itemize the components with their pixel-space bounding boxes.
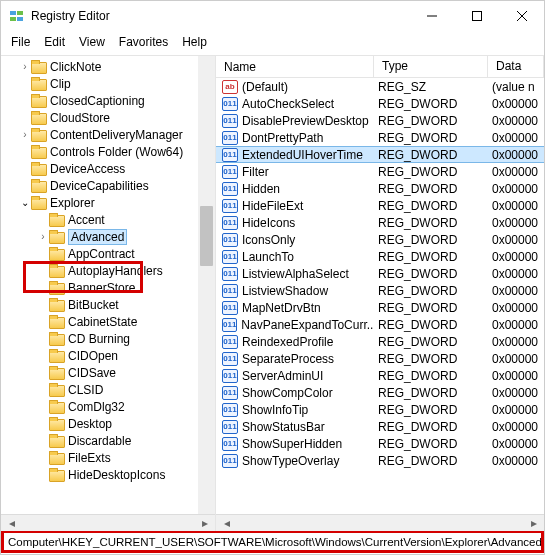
tree-item[interactable]: Clip [1,75,215,92]
list-row[interactable]: 011ServerAdminUIREG_DWORD0x00000 [216,367,544,384]
scroll-left-icon[interactable]: ◂ [3,516,20,530]
tree-item[interactable]: BannerStore [1,279,215,296]
dword-value-icon: 011 [222,454,238,468]
list-row[interactable]: 011ReindexedProfileREG_DWORD0x00000 [216,333,544,350]
tree-item[interactable]: CabinetState [1,313,215,330]
list-row[interactable]: 011NavPaneExpandToCurr...REG_DWORD0x0000… [216,316,544,333]
value-type: REG_DWORD [374,335,488,349]
value-data: 0x00000 [488,437,544,451]
value-data: 0x00000 [488,386,544,400]
list-row[interactable]: 011HideIconsREG_DWORD0x00000 [216,214,544,231]
value-type: REG_DWORD [374,182,488,196]
list-row[interactable]: 011ListviewShadowREG_DWORD0x00000 [216,282,544,299]
menu-favorites[interactable]: Favorites [119,35,168,49]
tree-item[interactable]: ⌄Explorer [1,194,215,211]
folder-icon [31,145,47,159]
scroll-right-icon[interactable]: ▸ [196,516,213,530]
status-path: Computer\HKEY_CURRENT_USER\SOFTWARE\Micr… [8,536,542,548]
list-row[interactable]: 011ShowStatusBarREG_DWORD0x00000 [216,418,544,435]
tree-item[interactable]: Controls Folder (Wow64) [1,143,215,160]
menu-help[interactable]: Help [182,35,207,49]
list-row[interactable]: 011HiddenREG_DWORD0x00000 [216,180,544,197]
value-data: 0x00000 [488,131,544,145]
tree-item[interactable]: CIDOpen [1,347,215,364]
titlebar: Registry Editor [1,1,544,31]
chevron-down-icon[interactable]: ⌄ [19,197,31,208]
tree-item[interactable]: CLSID [1,381,215,398]
tree-item[interactable]: ›Advanced [1,228,215,245]
column-name[interactable]: Name [216,56,374,77]
tree-item[interactable]: BitBucket [1,296,215,313]
list-row[interactable]: 011FilterREG_DWORD0x00000 [216,163,544,180]
tree-pane: ›ClickNoteClipClosedCaptioningCloudStore… [1,56,216,531]
value-type: REG_DWORD [374,97,488,111]
list-row[interactable]: ab(Default)REG_SZ(value n [216,78,544,95]
tree-item[interactable]: CD Burning [1,330,215,347]
tree-item[interactable]: AppContract [1,245,215,262]
tree-item[interactable]: HideDesktopIcons [1,466,215,483]
chevron-right-icon[interactable]: › [37,231,49,242]
value-type: REG_DWORD [374,437,488,451]
tree-item[interactable]: DeviceCapabilities [1,177,215,194]
close-button[interactable] [499,1,544,31]
list-row[interactable]: 011LaunchToREG_DWORD0x00000 [216,248,544,265]
value-data: 0x00000 [488,114,544,128]
tree-item[interactable]: ›ClickNote [1,58,215,75]
dword-value-icon: 011 [222,199,238,213]
tree-item[interactable]: FileExts [1,449,215,466]
tree-item[interactable]: DeviceAccess [1,160,215,177]
tree-item[interactable]: CIDSave [1,364,215,381]
list-row[interactable]: 011AutoCheckSelectREG_DWORD0x00000 [216,95,544,112]
tree-item[interactable]: CloudStore [1,109,215,126]
list-row[interactable]: 011MapNetDrvBtnREG_DWORD0x00000 [216,299,544,316]
tree-item-label: Accent [68,213,105,227]
tree-item[interactable]: ›ContentDeliveryManager [1,126,215,143]
menu-view[interactable]: View [79,35,105,49]
menu-edit[interactable]: Edit [44,35,65,49]
list-row[interactable]: 011DontPrettyPathREG_DWORD0x00000 [216,129,544,146]
list-row[interactable]: 011ShowTypeOverlayREG_DWORD0x00000 [216,452,544,469]
tree-item-label: Clip [50,77,71,91]
tree-item[interactable]: AutoplayHandlers [1,262,215,279]
tree-item[interactable]: Accent [1,211,215,228]
value-data: 0x00000 [488,284,544,298]
scroll-right-icon[interactable]: ▸ [525,516,542,530]
list-horizontal-scrollbar[interactable]: ◂ ▸ [216,514,544,531]
value-data: 0x00000 [488,301,544,315]
chevron-right-icon[interactable]: › [19,61,31,72]
scroll-left-icon[interactable]: ◂ [218,516,235,530]
value-type: REG_DWORD [374,403,488,417]
dword-value-icon: 011 [222,437,238,451]
tree-item[interactable]: Desktop [1,415,215,432]
tree-vertical-scrollbar[interactable] [198,56,215,514]
tree-item-label: DeviceCapabilities [50,179,149,193]
list-row[interactable]: 011ListviewAlphaSelectREG_DWORD0x00000 [216,265,544,282]
tree-item-label: HideDesktopIcons [68,468,165,482]
list-row[interactable]: 011SeparateProcessREG_DWORD0x00000 [216,350,544,367]
list-row[interactable]: 011IconsOnlyREG_DWORD0x00000 [216,231,544,248]
menu-file[interactable]: File [11,35,30,49]
dword-value-icon: 011 [222,182,238,196]
list-row[interactable]: 011ShowCompColorREG_DWORD0x00000 [216,384,544,401]
column-type[interactable]: Type [374,56,488,77]
tree-item[interactable]: ComDlg32 [1,398,215,415]
tree-horizontal-scrollbar[interactable]: ◂ ▸ [1,514,215,531]
list-row[interactable]: 011ShowSuperHiddenREG_DWORD0x00000 [216,435,544,452]
dword-value-icon: 011 [222,233,238,247]
list-row[interactable]: 011HideFileExtREG_DWORD0x00000 [216,197,544,214]
tree-item[interactable]: Discardable [1,432,215,449]
chevron-right-icon[interactable]: › [19,129,31,140]
list-row[interactable]: 011ShowInfoTipREG_DWORD0x00000 [216,401,544,418]
tree-item[interactable]: ClosedCaptioning [1,92,215,109]
maximize-button[interactable] [454,1,499,31]
value-data: 0x00000 [488,403,544,417]
svg-rect-5 [472,12,481,21]
value-data: 0x00000 [488,352,544,366]
dword-value-icon: 011 [222,97,238,111]
tree-item-label: Discardable [68,434,131,448]
list-row[interactable]: 011ExtendedUIHoverTimeREG_DWORD0x00000 [216,146,544,163]
minimize-button[interactable] [409,1,454,31]
list-row[interactable]: 011DisablePreviewDesktopREG_DWORD0x00000 [216,112,544,129]
column-data[interactable]: Data [488,56,544,77]
value-type: REG_DWORD [374,165,488,179]
